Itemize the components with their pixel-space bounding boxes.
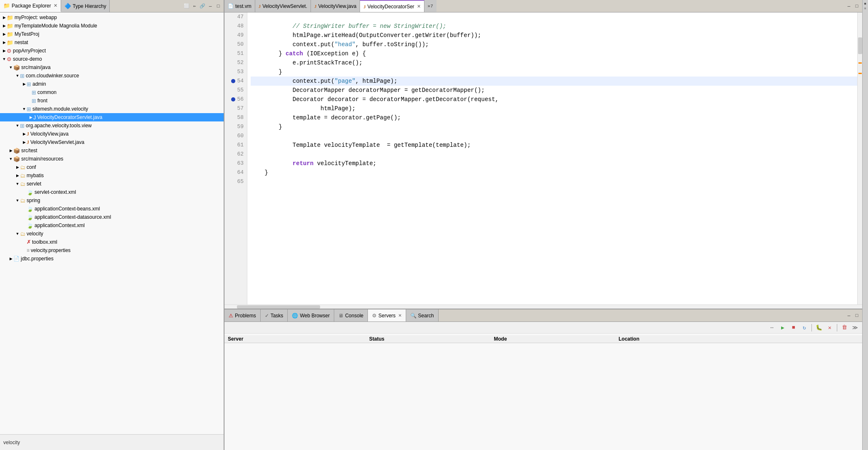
col-header-mode: Mode [494,336,619,342]
tab-velocity-decorator[interactable]: J VelocityDecoratorSer ✕ [360,0,424,12]
tree-item-src-test[interactable]: ▶ 📦 src/test [0,146,224,155]
scrollbar-marker-1 [858,62,862,64]
maximize-bottom-btn[interactable]: □ [853,312,861,319]
tree-item-src-main[interactable]: ▼ 📦 src/main/java [0,63,224,72]
tree-item-jdbc[interactable]: ▶ 📄 jdbc.properties [0,255,224,263]
tree-item-velocity-view[interactable]: ▶ J VelocityView.java [0,130,224,138]
maximize-editor-btn[interactable]: □ [853,2,861,10]
link-editor-btn[interactable]: 🔗 [199,2,206,10]
tree-item-ac-beans[interactable]: 🍃 applicationContext-beans.xml [0,205,224,213]
far-right-icon-2[interactable]: ≡ [864,7,866,10]
tree-item-nestat[interactable]: ▶ 📁 nestat [0,38,224,47]
tree-item-com-cloud[interactable]: ▼ ⊞ com.cloudwinker.source [0,72,224,80]
tree-item-org-apache[interactable]: ▼ ⊞ org.apache.velocity.tools.view [0,121,224,130]
tree-item-spring[interactable]: ▼ 🗂 spring [0,196,224,205]
line-num-58: 58 [224,113,247,122]
tree-label: mybatis [27,173,44,178]
minimize-btn[interactable]: — [207,2,214,10]
tree-item-admin[interactable]: ▶ ⊞ admin [0,80,224,88]
tree-item-mytemplate[interactable]: ▶ 📁 myTemplateModule Magnolia Module [0,22,224,30]
v-scrollbar[interactable] [857,12,862,304]
tree-item-source-demo[interactable]: ▼ ⚙ source-demo [0,55,224,63]
tree-item-sitemesh[interactable]: ▼ ⊞ sitemesh.module.velocity [0,105,224,113]
servers-close-btn[interactable]: ✕ [398,313,402,318]
tree-item-front[interactable]: ⊞ front [0,96,224,105]
tree-item-velocity-folder[interactable]: ▼ 🗂 velocity [0,230,224,238]
arrow-icon: ▶ [2,15,7,20]
breakpoint-56[interactable] [231,97,235,101]
tree-item-src-resources[interactable]: ▼ 📦 src/main/resources [0,155,224,163]
tree-item-mybatis[interactable]: ▶ 🗂 mybatis [0,171,224,180]
tab-package-explorer[interactable]: 📁 Package Explorer ✕ [0,0,61,12]
line-num-50: 50 [224,40,247,49]
arrow-icon: ▼ [15,74,20,78]
debug-btn[interactable]: 🐛 [814,323,824,332]
arrow-icon: ▶ [2,49,7,53]
tree-item-ac-xml[interactable]: 🍃 applicationContext.xml [0,221,224,230]
new-window-btn[interactable]: ⬜ [183,2,190,10]
tab-overflow[interactable]: »7 [424,0,436,12]
disconnect-btn[interactable]: ✕ [825,323,834,332]
start-btn[interactable]: ▶ [778,323,787,332]
tree-item-conf[interactable]: ▶ 🗂 conf [0,163,224,171]
collapse-all-btn[interactable]: ⇐ [191,2,198,10]
code-line-55: DecoratorMapper decoratorMapper = getDec… [251,86,857,95]
tree-item-servlet-context[interactable]: 🍃 servlet-context.xml [0,188,224,196]
tab-type-hierarchy[interactable]: 🔷 Type Hierarchy [61,0,110,12]
far-right-icon-1[interactable]: ◼ [864,2,866,5]
tree-item-servlet[interactable]: ▼ 🗂 servlet [0,180,224,188]
tree-item-toolbox[interactable]: ✗ toolbox.xml [0,238,224,246]
breakpoint-54[interactable] [231,79,235,83]
tree-label: myProject: webapp [15,15,57,20]
h-scrollbar[interactable] [224,304,862,309]
tab-label: Web Browser [300,313,330,319]
left-panel-actions: ⬜ ⇐ 🔗 — □ [181,0,224,12]
minimize-editor-btn[interactable]: — [845,2,853,10]
h-scrollbar-thumb[interactable] [237,305,320,309]
tab-console[interactable]: 🖥 Console [334,309,368,321]
tree-item-common[interactable]: ⊞ common [0,88,224,96]
tab-problems[interactable]: ⚠ Problems [224,309,261,321]
stop-btn[interactable]: ■ [789,323,798,332]
tree-label: com.cloudwinker.source [26,73,79,79]
tab-servers[interactable]: ⚙ Servers ✕ [368,309,406,321]
tab-test-vm[interactable]: 📄 test.vm [224,0,255,12]
tab-label: VelocityView.java [318,3,357,9]
v-scrollbar-thumb[interactable] [858,37,862,54]
tree-label: servlet [27,181,41,187]
maximize-btn[interactable]: □ [215,2,222,10]
code-line-52: e.printStackTrace(); [251,58,857,67]
arrow-icon: ▶ [2,40,7,45]
new-connection-btn[interactable]: ⋯ [767,323,777,332]
browser-icon: 🌐 [292,313,298,319]
tree-item-mytestproj[interactable]: ▶ 📁 MyTestProj [0,30,224,38]
tree-item-poparry[interactable]: ▶ ⚙ popArryProject [0,47,224,55]
tab-web-browser[interactable]: 🌐 Web Browser [288,309,334,321]
folder-pkg-icon: 🗂 [20,231,25,237]
tab-velocity-viewservlet[interactable]: J VelocityViewServlet. [255,0,311,12]
tab-search[interactable]: 🔍 Search [406,309,439,321]
xml-icon: 🍃 [27,189,33,195]
tree-item-velocity-props[interactable]: ≡ velocity.properties [0,246,224,255]
tab-velocity-view[interactable]: J VelocityView.java [311,0,360,12]
tree-item-velocity-decorator-servlet[interactable]: ▶ J VelocityDecoratorServlet.java [0,113,224,121]
tree-view[interactable]: ▶ 📁 myProject: webapp ▶ 📁 myTemplateModu… [0,12,224,434]
tree-item-velocity-viewservlet[interactable]: ▶ J VelocityViewServlet.java [0,138,224,146]
more-btn[interactable]: ≫ [851,323,860,332]
right-area: 📄 test.vm J VelocityViewServlet. J Veloc… [224,0,862,450]
tab-label: VelocityDecoratorSer [367,4,414,10]
code-line-62 [251,150,857,159]
editor-actions: — □ [843,0,862,12]
publish-btn[interactable]: ↻ [800,323,809,332]
code-content[interactable]: // StringWriter buffer = new StringWrite… [247,12,857,304]
tree-item-ac-datasource[interactable]: 🍃 applicationContext-datasource.xml [0,213,224,221]
minimize-bottom-btn[interactable]: — [845,312,853,319]
delete-btn[interactable]: 🗑 [840,323,849,332]
code-line-53: } [251,67,857,77]
tab-close-btn[interactable]: ✕ [417,4,421,9]
code-line-60 [251,131,857,141]
tab-tasks[interactable]: ✓ Tasks [261,309,288,321]
col-header-location: Location [619,336,859,342]
tree-item-myproject[interactable]: ▶ 📁 myProject: webapp [0,13,224,22]
package-explorer-close[interactable]: ✕ [54,3,57,8]
